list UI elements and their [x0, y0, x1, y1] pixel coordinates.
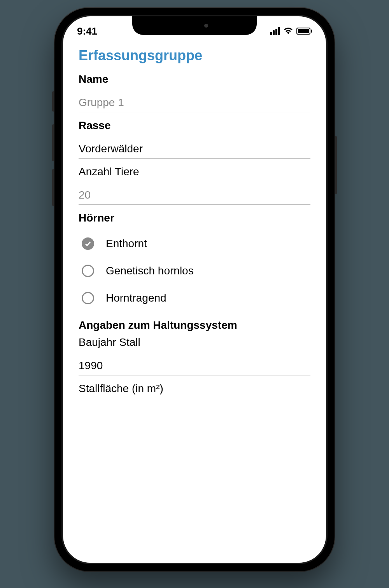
- year-label: Baujahr Stall: [79, 336, 310, 349]
- device-notch: [132, 16, 257, 35]
- count-label: Anzahl Tiere: [79, 166, 310, 178]
- field-breed: Rasse: [79, 119, 310, 159]
- field-count: Anzahl Tiere: [79, 166, 310, 205]
- radio-unchecked-icon: [82, 292, 94, 304]
- radio-dehorned[interactable]: Enthornt: [79, 232, 310, 255]
- wifi-icon: [283, 26, 293, 36]
- form-content: Erfassungsgruppe Name Rasse Anzahl Tiere…: [63, 40, 326, 395]
- housing-heading: Angaben zum Haltungssystem: [79, 319, 310, 332]
- radio-checked-icon: [82, 237, 94, 250]
- field-area: Stallfläche (in m²): [79, 382, 310, 395]
- field-horns: Hörner Enthornt Genetisc: [79, 212, 310, 310]
- name-input[interactable]: [79, 93, 310, 112]
- horns-label: Hörner: [79, 212, 310, 224]
- name-label: Name: [79, 73, 310, 85]
- radio-genetic[interactable]: Genetisch hornlos: [79, 259, 310, 283]
- volume-down-button[interactable]: [52, 169, 54, 206]
- status-icons: [270, 26, 312, 36]
- breed-label: Rasse: [79, 119, 310, 132]
- camera-dot: [204, 24, 208, 28]
- cellular-signal-icon: [270, 27, 280, 35]
- breed-input[interactable]: [79, 140, 310, 159]
- device-frame: 9:41: [54, 8, 335, 571]
- horns-radio-group: Enthornt Genetisch hornlos Horntragend: [79, 232, 310, 310]
- radio-horned-label: Horntragend: [106, 292, 166, 304]
- radio-unchecked-icon: [82, 265, 94, 277]
- area-label: Stallfläche (in m²): [79, 382, 310, 395]
- silent-switch[interactable]: [52, 91, 54, 112]
- power-button[interactable]: [335, 136, 337, 194]
- radio-horned[interactable]: Horntragend: [79, 286, 310, 310]
- status-time: 9:41: [77, 25, 97, 37]
- screen: 9:41: [63, 16, 326, 563]
- page-title: Erfassungsgruppe: [79, 47, 310, 64]
- count-input[interactable]: [79, 186, 310, 205]
- battery-icon: [296, 28, 312, 35]
- field-name: Name: [79, 73, 310, 112]
- radio-genetic-label: Genetisch hornlos: [106, 265, 194, 277]
- volume-up-button[interactable]: [52, 124, 54, 161]
- section-housing: Angaben zum Haltungssystem Baujahr Stall: [79, 319, 310, 375]
- radio-dehorned-label: Enthornt: [106, 237, 147, 250]
- device-inner: 9:41: [61, 15, 328, 564]
- year-input[interactable]: [79, 356, 310, 375]
